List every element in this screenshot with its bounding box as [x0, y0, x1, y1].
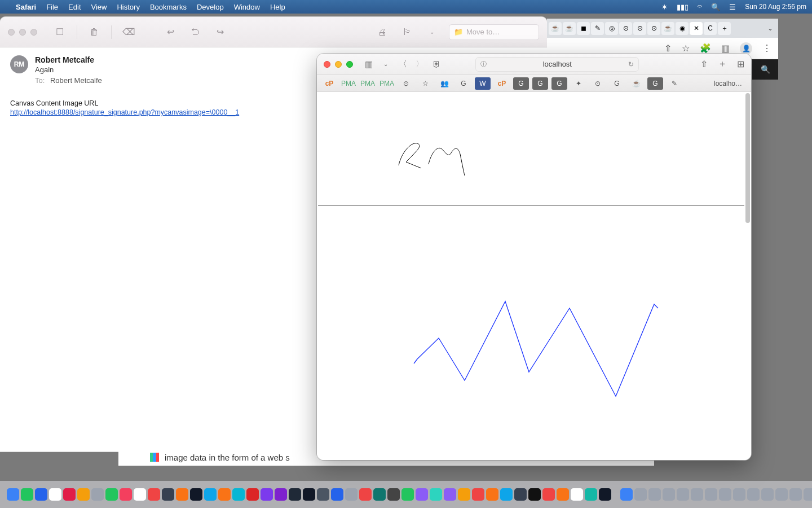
fav-item[interactable]: ✦: [571, 77, 586, 90]
fav-item[interactable]: ⊙: [398, 77, 414, 90]
reload-icon[interactable]: ↻: [628, 60, 634, 68]
menu-bookmarks[interactable]: Bookmarks: [150, 3, 187, 11]
fullscreen-window-button[interactable]: [346, 61, 353, 68]
flag-menu-button[interactable]: ⌄: [424, 24, 440, 40]
signature-canvas-top[interactable]: [317, 92, 751, 205]
menu-view[interactable]: View: [91, 3, 107, 11]
dock-app[interactable]: [218, 488, 231, 501]
mail-body-link[interactable]: http://localhost:8888/signature_signatur…: [10, 108, 239, 116]
dock-app[interactable]: [331, 488, 343, 501]
bookmark-star-icon[interactable]: ☆: [682, 43, 690, 54]
dock-app[interactable]: [232, 488, 245, 501]
wifi-icon[interactable]: ⌔: [698, 3, 702, 11]
menu-develop[interactable]: Develop: [197, 3, 224, 11]
safari-traffic-lights[interactable]: [324, 61, 353, 68]
dock-app[interactable]: [21, 488, 33, 501]
dock-app[interactable]: [303, 488, 315, 501]
fav-item[interactable]: ☆: [417, 77, 433, 90]
move-to-field[interactable]: 📁 Move to…: [449, 24, 539, 40]
dock-app[interactable]: [648, 488, 661, 501]
dock-app[interactable]: [585, 488, 597, 501]
dock-app[interactable]: [162, 488, 174, 501]
fav-item[interactable]: ⊙: [590, 77, 606, 90]
dock-app[interactable]: [134, 488, 146, 501]
menu-history[interactable]: History: [117, 3, 139, 11]
print-button[interactable]: 🖨: [374, 24, 390, 40]
fav-item[interactable]: G: [513, 77, 529, 90]
dock-app[interactable]: [63, 488, 76, 501]
dock-app[interactable]: [691, 488, 703, 501]
fav-item[interactable]: G: [609, 77, 625, 90]
dock-app[interactable]: [677, 488, 689, 501]
dock-app[interactable]: [620, 488, 633, 501]
fav-overflow-label[interactable]: localho…: [714, 80, 747, 87]
privacy-report-icon[interactable]: ⛨: [431, 59, 442, 69]
forward-button[interactable]: 〉: [414, 59, 425, 69]
dock-app[interactable]: [190, 488, 202, 501]
close-window-button[interactable]: [324, 61, 330, 68]
chrome-menu-icon[interactable]: ⋮: [762, 43, 771, 54]
dock-app[interactable]: [401, 488, 414, 501]
fav-item[interactable]: ☕: [628, 77, 644, 90]
sidebar-toggle-icon[interactable]: ▥: [363, 59, 374, 69]
fav-item[interactable]: ✎: [667, 77, 682, 90]
menu-window[interactable]: Window: [234, 3, 260, 11]
chrome-tab[interactable]: ✎: [591, 22, 604, 35]
dock-app[interactable]: [387, 488, 400, 501]
dock-app[interactable]: [634, 488, 647, 501]
dock-app[interactable]: [345, 488, 358, 501]
dock-app[interactable]: [761, 488, 774, 501]
dock-app[interactable]: [77, 488, 90, 501]
chrome-tab-active[interactable]: ✕: [690, 22, 703, 35]
bluetooth-icon[interactable]: ✶: [661, 3, 668, 11]
dock-app[interactable]: [486, 488, 498, 501]
dock-app[interactable]: [472, 488, 484, 501]
dock-app[interactable]: [804, 488, 812, 501]
dock-app[interactable]: [416, 488, 428, 501]
dock-app[interactable]: [35, 488, 47, 501]
dock-app[interactable]: [458, 488, 470, 501]
dock-app[interactable]: [105, 488, 118, 501]
dock-app[interactable]: [542, 488, 555, 501]
dock-app[interactable]: [599, 488, 611, 501]
dock-app[interactable]: [49, 488, 61, 501]
dock-app[interactable]: [705, 488, 717, 501]
dock-app[interactable]: [359, 488, 372, 501]
dock-app[interactable]: [514, 488, 527, 501]
sidebar-menu-icon[interactable]: ⌄: [380, 61, 391, 67]
dock-app[interactable]: [91, 488, 104, 501]
new-tab-button[interactable]: ＋: [718, 22, 731, 35]
address-bar[interactable]: ⓘ localhost ↻: [475, 57, 639, 72]
new-tab-icon[interactable]: ＋: [718, 58, 727, 70]
dock-app[interactable]: [246, 488, 259, 501]
dock-app[interactable]: [261, 488, 273, 501]
share-icon[interactable]: ⇧: [664, 43, 672, 54]
battery-icon[interactable]: ▮▮▯: [677, 3, 689, 11]
chrome-tab[interactable]: ☕: [563, 22, 576, 35]
minimize-window-button[interactable]: [335, 61, 342, 68]
archive-button[interactable]: ☐: [52, 24, 68, 40]
dock-app[interactable]: [571, 488, 583, 501]
dock-app[interactable]: [289, 488, 301, 501]
fav-item[interactable]: G: [456, 77, 471, 90]
dock-app[interactable]: [500, 488, 513, 501]
fav-item[interactable]: cP: [494, 77, 510, 90]
fav-item[interactable]: 👥: [436, 77, 452, 90]
dock-app[interactable]: [733, 488, 745, 501]
page-search-icon[interactable]: 🔍: [752, 59, 778, 80]
dock-app[interactable]: [204, 488, 217, 501]
menu-help[interactable]: Help: [270, 3, 285, 11]
dock-app[interactable]: [719, 488, 731, 501]
fav-item[interactable]: PMA: [341, 77, 356, 90]
dock-app[interactable]: [663, 488, 675, 501]
dock-app[interactable]: [148, 488, 160, 501]
dock-app[interactable]: [557, 488, 569, 501]
dock-app[interactable]: [373, 488, 386, 501]
back-button[interactable]: 〈: [397, 59, 408, 69]
flag-button[interactable]: 🏳: [399, 24, 415, 40]
chrome-tab[interactable]: ☕: [661, 22, 674, 35]
profile-icon[interactable]: 👤: [740, 42, 752, 55]
dock-app[interactable]: [176, 488, 188, 501]
dock-app[interactable]: [444, 488, 456, 501]
chrome-tab[interactable]: ⊙: [619, 22, 632, 35]
